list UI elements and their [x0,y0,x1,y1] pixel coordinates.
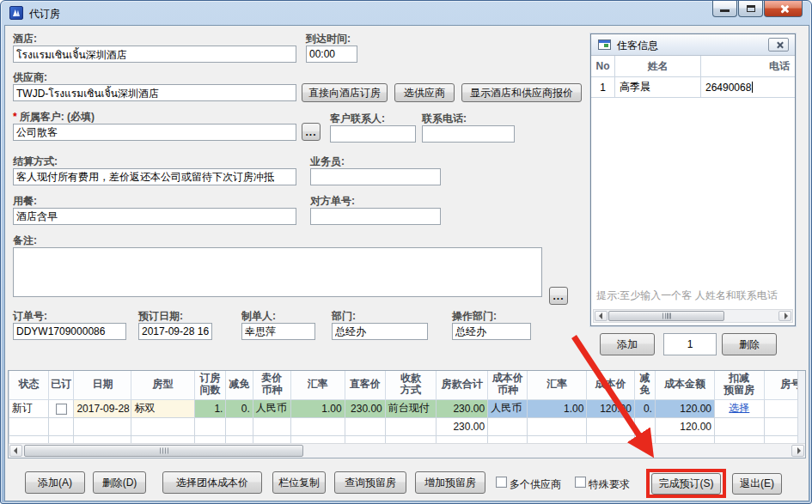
date-cell[interactable]: 2017-09-28 [74,399,131,417]
guest-no-cell: 1 [591,77,615,98]
meal-label: 用餐: [13,194,37,209]
multi-supplier-label: 多个供应商 [510,477,561,492]
department-label: 部门: [332,309,356,324]
order-no-input[interactable] [13,323,126,340]
scroll-left-button[interactable] [595,311,607,321]
guest-panel-close-button[interactable] [768,38,789,52]
booked-checkbox[interactable] [56,404,67,415]
col-discount: 减免 [226,371,253,399]
close-button[interactable] [764,1,803,17]
guest-panel-title: 住客信息 [617,39,658,53]
scroll-thumb[interactable] [608,311,724,321]
add-row-button[interactable]: 添加(A) [25,471,85,494]
department-input[interactable] [332,323,428,340]
booking-date-label: 预订日期: [138,309,183,324]
reserve-select-link[interactable]: 选择 [729,402,749,414]
cost-discount-cell[interactable]: 0. [634,399,655,417]
meal-input[interactable] [13,208,296,225]
cost-currency-cell[interactable]: 人民币 [488,399,528,417]
sell-rate-cell[interactable]: 1.00 [290,399,345,417]
scroll-thumb[interactable] [24,445,303,457]
customer-input[interactable] [13,124,296,141]
payment-cell[interactable]: 前台现付 [385,399,437,417]
order-no-label: 订单号: [13,309,47,324]
delete-row-button[interactable]: 删除(D) [93,471,146,494]
col-rooms: 订房 间数 [194,371,226,399]
room-type-cell[interactable]: 标双 [131,399,194,417]
booking-dialog: 代订房 酒店: 到达时间: 供应商: 直接向酒店订房 选供应商 显示酒店和供应商… [0,0,812,504]
remarks-browse-button[interactable]: ... [549,287,568,305]
col-date: 日期 [74,371,131,399]
title-bar: 代订房 [1,1,811,25]
grid-hscrollbar[interactable] [9,443,805,458]
minimize-icon [720,9,730,12]
supplier-input[interactable] [13,84,296,101]
show-quotes-button[interactable]: 显示酒店和供应商报价 [461,83,582,102]
col-cost-price: 成本价 [587,371,635,399]
guest-phone-cell[interactable]: 26490068 [701,77,795,98]
counterpart-no-input[interactable] [310,208,441,225]
arrival-time-input[interactable] [306,46,357,63]
rooms-cell[interactable]: 1. [194,399,226,417]
room-total-sum-cell: 230.00 [437,417,488,435]
scroll-left-button[interactable] [9,445,22,457]
special-request-checkbox[interactable] [575,477,586,488]
book-direct-button[interactable]: 直接向酒店订房 [302,83,388,102]
guest-delete-button[interactable]: 删除 [722,333,777,355]
phone-input[interactable] [422,125,515,143]
booking-date-input[interactable] [138,323,212,340]
remarks-textarea[interactable] [13,247,542,297]
exit-button[interactable]: 退出(E) [732,473,782,495]
group-cost-button[interactable]: 选择团体成本价 [162,471,262,494]
reserve-cell: 选择 [715,399,765,417]
query-reserved-button[interactable]: 查询预留房 [334,471,406,494]
thumb-grip-icon [662,313,671,319]
column-copy-button[interactable]: 栏位复制 [272,471,326,494]
scroll-right-button[interactable] [778,311,791,321]
cost-rate-cell[interactable]: 1.00 [528,399,587,417]
discount-cell[interactable]: 0. [226,399,253,417]
guest-col-phone: 电话 [701,56,795,77]
sell-currency-cell[interactable]: 人民币 [253,399,290,417]
col-cost-discount: 减 免 [634,371,655,399]
finish-booking-button[interactable]: 完成预订(S) [651,473,721,495]
sell-price-cell[interactable]: 230.00 [345,399,385,417]
creator-input[interactable] [241,323,315,340]
guest-panel-hscrollbar[interactable] [593,309,793,323]
thumb-grip-icon [159,448,168,454]
salesman-input[interactable] [310,168,441,185]
contact-input[interactable] [330,125,416,143]
cost-price-cell[interactable]: 120.00 [587,399,635,417]
maximize-button[interactable] [738,1,763,17]
hotel-input[interactable] [13,46,296,63]
minimize-button[interactable] [712,1,737,17]
grid-data-row: 新订 2017-09-28 标双 1. 0. 人民币 1.00 230.00 前… [9,399,807,417]
col-booked: 已订 [49,371,74,399]
op-department-input[interactable] [452,323,531,340]
add-reserved-button[interactable]: 增加预留房 [415,471,485,494]
salesman-label: 业务员: [310,155,345,169]
guest-add-button[interactable]: 添加 [600,333,655,355]
customer-browse-button[interactable]: ... [302,123,321,141]
phone-label: 联系电话: [422,112,467,126]
hotel-label: 酒店: [13,32,37,46]
special-request-label: 特殊要求 [589,477,630,492]
col-status: 状态 [9,371,49,399]
booking-grid: 状态 已订 日期 房型 订房 间数 减免 卖价 币种 汇率 直客价 收款 方式 … [8,370,806,458]
arrival-time-label: 到达时间: [306,32,351,46]
counterpart-no-label: 对方单号: [310,194,355,209]
grid-vscrollbar[interactable] [797,371,805,443]
contact-label: 客户联系人: [330,112,385,126]
multi-supplier-checkbox[interactable] [496,477,507,488]
choose-supplier-button[interactable]: 选供应商 [394,83,455,102]
settlement-input[interactable] [13,168,296,185]
room-total-cell: 230.00 [437,399,488,417]
guest-name-cell[interactable]: 高季晨 [615,77,701,98]
guest-hint-text: 提示:至少输入一个客 人姓名和联系电话 [596,288,778,303]
required-mark: * [13,111,17,123]
col-cost-rate: 汇率 [528,371,587,399]
scroll-right-button[interactable] [791,445,804,457]
guest-count-input[interactable] [663,333,717,355]
col-cost-currency: 成本价 币种 [488,371,528,399]
scroll-right-icon [785,313,788,319]
